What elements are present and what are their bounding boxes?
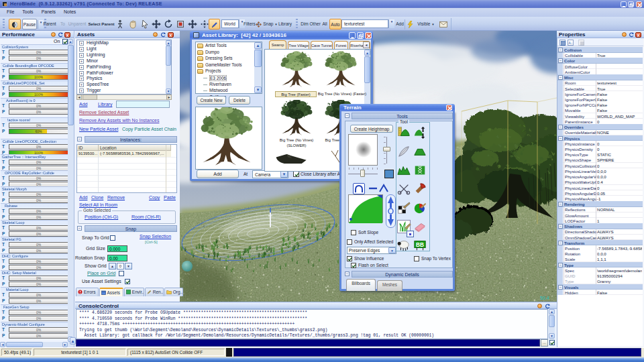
svg-text:50.4: 50.4 [540, 296, 549, 300]
svg-text:BB: BB [416, 242, 424, 248]
